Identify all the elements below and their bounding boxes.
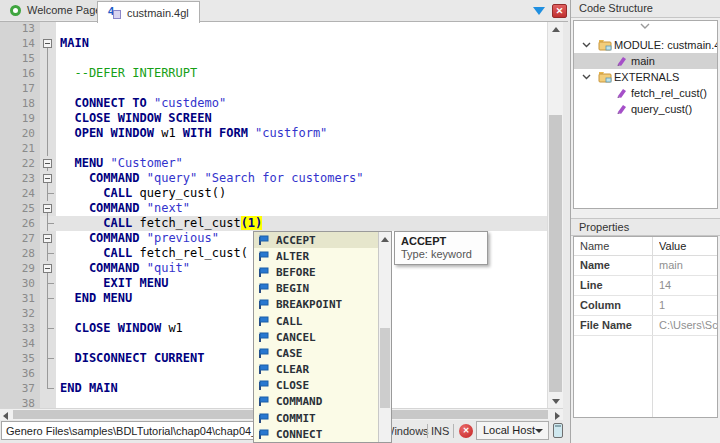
- property-row-line[interactable]: Line14: [574, 275, 717, 296]
- code-line-25[interactable]: 25 COMMAND "next": [0, 201, 563, 216]
- code-line-14[interactable]: 14MAIN: [0, 36, 563, 51]
- scroll-left-arrow-icon[interactable]: [3, 412, 8, 420]
- host-combobox[interactable]: Local Host: [476, 421, 549, 440]
- code-structure-header: Code Structure: [571, 0, 720, 18]
- autocomplete-item[interactable]: BEGIN: [254, 281, 378, 297]
- device-icon[interactable]: [553, 423, 563, 438]
- function-icon: [616, 87, 628, 99]
- keyword-flag-icon: [258, 299, 270, 310]
- autocomplete-item[interactable]: CASE: [254, 345, 378, 361]
- property-row-file-name[interactable]: File NameC:\Users\Scot: [574, 315, 717, 336]
- statusbar-separator: [453, 424, 454, 438]
- tree-item-label: EXTERNALS: [614, 69, 679, 85]
- autocomplete-item[interactable]: COMMIT: [254, 410, 378, 426]
- tree-item-label: main: [631, 53, 655, 69]
- property-name: Name: [580, 237, 609, 255]
- autocomplete-item-label: COMMIT: [276, 412, 316, 425]
- autocomplete-item[interactable]: COMMAND: [254, 394, 378, 410]
- autocomplete-item-label: CONNECT: [276, 428, 322, 441]
- autocomplete-popup[interactable]: ACCEPTALTERBEFOREBEGINBREAKPOINTCALLCANC…: [253, 231, 392, 443]
- property-value: Value: [659, 237, 717, 255]
- tab-welcome-page[interactable]: Welcome Page: [0, 0, 112, 20]
- tree-item-fetch-rel-cust[interactable]: fetch_rel_cust(): [574, 85, 717, 101]
- welcome-page-icon: [10, 5, 21, 16]
- autocomplete-item[interactable]: BREAKPOINT: [254, 297, 378, 313]
- autocomplete-item[interactable]: ACCEPT: [254, 232, 378, 248]
- autocomplete-item[interactable]: CANCEL: [254, 329, 378, 345]
- keyword-flag-icon: [258, 251, 270, 262]
- tree-item-query-cust[interactable]: query_cust(): [574, 101, 717, 117]
- code-line-23[interactable]: 23 COMMAND "query" "Search for customers…: [0, 171, 563, 186]
- property-name: Column: [580, 295, 621, 315]
- code-line-18[interactable]: 18 CONNECT TO "custdemo": [0, 96, 563, 111]
- autocomplete-item-label: BEFORE: [276, 266, 316, 279]
- close-tab-button[interactable]: [552, 4, 567, 18]
- autocomplete-item[interactable]: CALL: [254, 313, 378, 329]
- autocomplete-item[interactable]: CONNECT: [254, 426, 378, 442]
- keyword-flag-icon: [258, 396, 270, 407]
- properties-table[interactable]: NameValueNamemainLine14Column1File NameC…: [573, 236, 718, 418]
- code-line-24[interactable]: 24 CALL query_cust(): [0, 186, 563, 201]
- autocomplete-item[interactable]: CLOSE: [254, 378, 378, 394]
- code-line-16[interactable]: 16 --DEFER INTERRUPT: [0, 66, 563, 81]
- property-value: 1: [659, 295, 717, 315]
- expander-chevron-icon[interactable]: [582, 74, 591, 80]
- properties-header: Properties: [571, 218, 720, 236]
- property-name: File Name: [580, 315, 632, 335]
- code-line-20[interactable]: 20 OPEN WINDOW w1 WITH FORM "custform": [0, 126, 563, 141]
- autocomplete-item-label: ALTER: [276, 250, 309, 263]
- error-status-icon[interactable]: [459, 424, 473, 438]
- property-value: main: [659, 255, 717, 275]
- autocomplete-scrollbar[interactable]: [378, 232, 391, 442]
- code-line-22[interactable]: 22 MENU "Customer": [0, 156, 563, 171]
- scroll-right-arrow-icon[interactable]: [555, 412, 560, 420]
- code-line-21[interactable]: 21: [0, 141, 563, 156]
- autocomplete-item-label: CLEAR: [276, 363, 309, 376]
- scroll-up-chevron-icon[interactable]: [640, 23, 650, 29]
- editor-vertical-scrollbar[interactable]: [547, 22, 563, 408]
- property-value: C:\Users\Scot: [659, 315, 717, 335]
- scroll-up-arrow-icon[interactable]: [552, 27, 560, 32]
- tab-custmain-4gl[interactable]: custmain.4gl: [97, 1, 200, 23]
- keyword-flag-icon: [258, 235, 270, 246]
- code-structure-tree[interactable]: MODULE: custmain.4glmainEXTERNALSfetch_r…: [573, 20, 718, 209]
- keyword-flag-icon: [258, 267, 270, 278]
- genero-studio-window: Welcome Page custmain.4gl 1314MAIN1516 -…: [0, 0, 720, 443]
- autocomplete-item-label: BREAKPOINT: [276, 298, 342, 311]
- panel-title: Properties: [579, 221, 629, 233]
- code-line-19[interactable]: 19 CLOSE WINDOW SCREEN: [0, 111, 563, 126]
- code-line-15[interactable]: 15: [0, 51, 563, 66]
- code-line-26[interactable]: 26 CALL fetch_rel_cust(1): [0, 216, 563, 231]
- keyword-flag-icon: [258, 348, 270, 359]
- function-icon: [616, 55, 628, 67]
- property-row-name[interactable]: Namemain: [574, 255, 717, 276]
- scroll-down-arrow-icon[interactable]: [552, 399, 560, 404]
- tab-label: Welcome Page: [27, 4, 101, 16]
- autocomplete-item-label: BEGIN: [276, 282, 309, 295]
- code-line-17[interactable]: 17: [0, 81, 563, 96]
- right-panel: Code Structure MODULE: custmain.4glmainE…: [570, 0, 720, 443]
- tab-list-dropdown-icon[interactable]: [533, 7, 545, 15]
- tree-item-module-custmain-4gl[interactable]: MODULE: custmain.4gl: [574, 37, 717, 53]
- property-value: 14: [659, 275, 717, 295]
- scroll-up-arrow-icon[interactable]: [381, 237, 389, 242]
- property-row-column[interactable]: Column1: [574, 295, 717, 316]
- autocomplete-item[interactable]: BEFORE: [254, 264, 378, 280]
- autocomplete-item[interactable]: ALTER: [254, 248, 378, 264]
- property-name: Name: [580, 255, 610, 275]
- autocomplete-scroll-thumb[interactable]: [380, 328, 390, 408]
- autocomplete-item[interactable]: CLEAR: [254, 362, 378, 378]
- module-folder-icon: [598, 39, 612, 51]
- tree-item-main[interactable]: main: [574, 53, 717, 69]
- autocomplete-item-label: CLOSE: [276, 379, 309, 392]
- tree-item-label: MODULE: custmain.4gl: [614, 37, 718, 53]
- keyword-flag-icon: [258, 413, 270, 424]
- code-line-13[interactable]: 13: [0, 22, 563, 36]
- vertical-scroll-thumb[interactable]: [549, 115, 562, 392]
- insert-mode-indicator: INS: [431, 420, 449, 442]
- expander-chevron-icon[interactable]: [582, 42, 591, 48]
- tree-item-externals[interactable]: EXTERNALS: [574, 69, 717, 85]
- property-name: Line: [580, 275, 603, 295]
- autocomplete-item-label: COMMAND: [276, 395, 322, 408]
- keyword-flag-icon: [258, 316, 270, 327]
